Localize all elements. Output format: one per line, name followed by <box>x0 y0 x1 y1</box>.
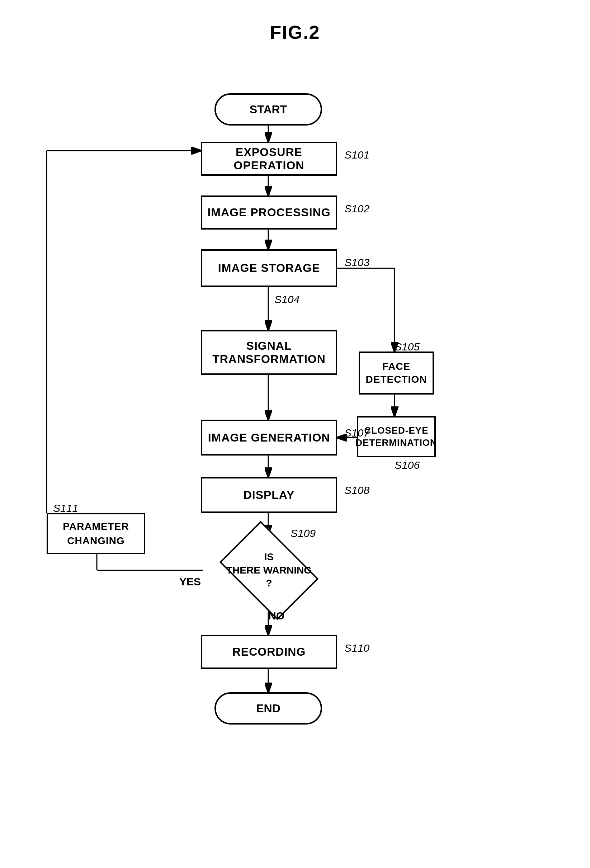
recording-box: RECORDING <box>201 635 337 669</box>
image-processing-box: IMAGE PROCESSING <box>201 195 337 230</box>
display-box: DISPLAY <box>201 477 337 513</box>
start-node: START <box>214 93 322 125</box>
s101-label: S101 <box>344 149 369 161</box>
s106-label: S106 <box>395 459 420 471</box>
s105-label: S105 <box>395 341 420 353</box>
face-detection-box: FACE DETECTION <box>358 351 434 394</box>
s104-label: S104 <box>274 294 299 306</box>
image-generation-box: IMAGE GENERATION <box>201 420 337 456</box>
page-title: FIG.2 <box>0 0 590 58</box>
s103-label: S103 <box>344 257 369 269</box>
parameter-changing-box: PARAMETER CHANGING <box>47 513 145 554</box>
no-label: NO <box>268 610 285 622</box>
signal-transformation-box: SIGNAL TRANSFORMATION <box>201 330 337 375</box>
exposure-operation-box: EXPOSURE OPERATION <box>201 142 337 176</box>
s102-label: S102 <box>344 203 369 215</box>
warning-diamond: IS THERE WARNING ? <box>217 533 321 608</box>
image-storage-box: IMAGE STORAGE <box>201 249 337 287</box>
s111-label: S111 <box>53 502 78 514</box>
yes-label: YES <box>179 576 201 588</box>
s108-label: S108 <box>344 484 369 496</box>
s107-label: S107 <box>344 427 369 439</box>
s110-label: S110 <box>344 642 369 654</box>
end-node: END <box>214 692 322 725</box>
